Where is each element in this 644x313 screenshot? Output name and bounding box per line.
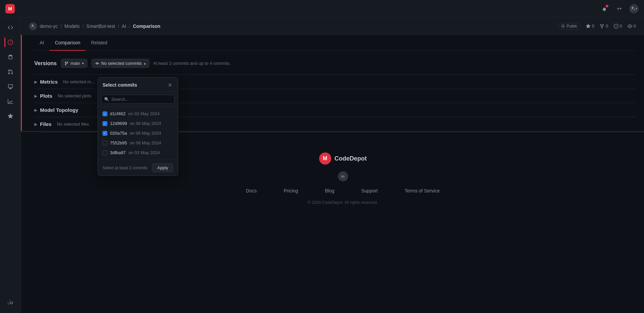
main-content: demo-yc / Models / SmartBot-test / AI / …	[21, 17, 644, 218]
commit-date-1: on 03 May 2024	[128, 111, 159, 116]
footer-hint: Select at least 2 commits	[103, 166, 147, 170]
top-nav: M + ▾ ▾	[0, 0, 644, 17]
commit-item-2[interactable]: ✓ 12d9699 on 06 May 2024	[98, 119, 178, 128]
commit-item-1[interactable]: ✓ d1cf462 on 03 May 2024	[98, 109, 178, 119]
sidebar-item-monitor[interactable]	[4, 81, 16, 93]
repo-meta: Public 0 0 0 0	[558, 23, 636, 30]
commit-hash-2: 12d9699	[110, 121, 127, 126]
tab-related[interactable]: Related	[86, 35, 113, 51]
commit-checkbox-2[interactable]: ✓	[103, 121, 107, 126]
apply-button[interactable]: Apply	[152, 163, 173, 172]
terms-link[interactable]: Terms of Service	[405, 188, 440, 193]
support-link[interactable]: Support	[361, 188, 378, 193]
org-avatar	[29, 22, 37, 30]
files-subtitle: No selected files	[57, 122, 89, 127]
linkedin-button[interactable]: in	[338, 171, 348, 181]
tab-ai[interactable]: AI	[34, 35, 49, 51]
commit-checkbox-5[interactable]	[103, 150, 107, 155]
versions-header: Versions main ▾ No selected commits ▴ At…	[34, 59, 636, 68]
models-link[interactable]: Models	[65, 24, 80, 29]
docs-link[interactable]: Docs	[246, 188, 257, 193]
stars-count[interactable]: 0	[586, 24, 594, 29]
commit-date-5: on 03 May 2024	[128, 150, 160, 155]
tab-comparison[interactable]: Comparison	[49, 35, 85, 51]
repo-link[interactable]: SmartBot-test	[86, 24, 115, 29]
model-topology-title: Model Topology	[40, 107, 78, 113]
chevron-down-icon: ▾	[620, 7, 621, 10]
breadcrumb-sep-2: /	[82, 24, 84, 29]
sidebar-item-pulls[interactable]	[4, 66, 16, 78]
metrics-chevron: ▶	[34, 80, 37, 84]
plus-icon: +	[617, 6, 620, 12]
branch-selector-button[interactable]: main ▾	[61, 59, 87, 68]
issues-count[interactable]: 0	[614, 24, 622, 29]
sidebar-item-settings[interactable]	[4, 297, 16, 309]
plots-subtitle: No selected plots	[58, 93, 91, 98]
dropdown-title: Select commits	[103, 82, 137, 88]
footer-logo: M CodeDepot	[319, 152, 367, 165]
footer-copyright: © 2024 CodeDepot. All rights reserved.	[308, 200, 378, 205]
section-link[interactable]: AI	[122, 24, 126, 29]
metrics-title: Metrics	[40, 79, 58, 85]
blog-link[interactable]: Blog	[325, 188, 334, 193]
commit-date-2: on 06 May 2024	[130, 121, 161, 126]
sidebar-item-ml[interactable]	[4, 36, 16, 48]
dropdown-footer: Select at least 2 commits Apply	[98, 160, 178, 176]
search-container: 🔍	[98, 92, 178, 107]
commit-date-3: on 06 May 2024	[130, 131, 161, 136]
metrics-subtitle: No selected m...	[63, 79, 95, 84]
user-avatar-button[interactable]: ▾	[629, 4, 639, 13]
breadcrumb-sep-1: /	[61, 24, 62, 29]
commit-list: ✓ d1cf462 on 03 May 2024 ✓ 12d9699 on 06…	[98, 107, 178, 160]
dropdown-header: Select commits ✕	[98, 78, 178, 92]
plots-chevron: ▶	[34, 94, 37, 98]
commit-item-4[interactable]: 7552b95 on 06 May 2024	[98, 138, 178, 148]
public-label: Public	[566, 24, 577, 29]
nav-left: M	[5, 4, 15, 13]
pricing-link[interactable]: Pricing	[283, 188, 298, 193]
versions-title: Versions	[34, 60, 57, 66]
commits-chevron: ▴	[144, 61, 146, 65]
sidebar-accent	[21, 35, 22, 131]
tabs: AI Comparison Related	[34, 35, 636, 51]
close-button[interactable]: ✕	[166, 82, 173, 88]
breadcrumb-sep-4: /	[129, 24, 130, 29]
branch-label: main	[71, 61, 80, 66]
commit-hash-1: d1cf462	[110, 111, 125, 116]
nav-right: + ▾ ▾	[600, 4, 639, 13]
forks-count[interactable]: 0	[600, 24, 608, 29]
public-badge: Public	[558, 23, 580, 30]
sidebar-item-code[interactable]	[4, 21, 16, 34]
commit-item-3[interactable]: ✓ 020a75a on 06 May 2024	[98, 128, 178, 138]
files-title: Files	[40, 121, 51, 127]
commit-hash-4: 7552b95	[110, 140, 127, 145]
sidebar-item-experiments[interactable]	[4, 51, 16, 63]
breadcrumb-sep-3: /	[118, 24, 119, 29]
branch-chevron: ▾	[82, 61, 84, 65]
commit-hash-3: 020a75a	[110, 131, 127, 136]
commit-checkbox-4[interactable]	[103, 141, 107, 145]
search-icon: 🔍	[104, 97, 109, 102]
notification-bell-button[interactable]	[600, 4, 609, 13]
footer-logo-label: CodeDepot	[335, 155, 367, 162]
commit-checkbox-1[interactable]: ✓	[103, 111, 107, 116]
model-topology-chevron: ▶	[34, 108, 37, 113]
page-title: Comparison	[133, 24, 160, 29]
sidebar-item-deploy[interactable]	[4, 110, 16, 122]
search-input[interactable]	[111, 97, 172, 102]
sidebar-item-analytics[interactable]	[4, 95, 16, 107]
commits-label: No selected commits	[101, 61, 142, 66]
commits-selector-button[interactable]: No selected commits ▴	[91, 59, 149, 68]
plus-button[interactable]: + ▾	[614, 4, 624, 13]
svg-point-1	[563, 26, 564, 27]
commit-item-5[interactable]: 3dfba97 on 03 May 2024	[98, 148, 178, 158]
select-commits-dropdown: Select commits ✕ 🔍 ✓ d1cf462 on 03 May 2…	[98, 77, 178, 176]
watchers-count[interactable]: 0	[628, 24, 636, 29]
files-chevron: ▶	[34, 122, 37, 127]
org-link[interactable]: demo-yc	[40, 24, 58, 29]
plots-title: Plots	[40, 93, 52, 99]
breadcrumb: demo-yc / Models / SmartBot-test / AI / …	[29, 22, 160, 30]
app-logo[interactable]: M	[5, 4, 15, 13]
notification-dot	[606, 5, 608, 7]
commit-checkbox-3[interactable]: ✓	[103, 131, 107, 136]
